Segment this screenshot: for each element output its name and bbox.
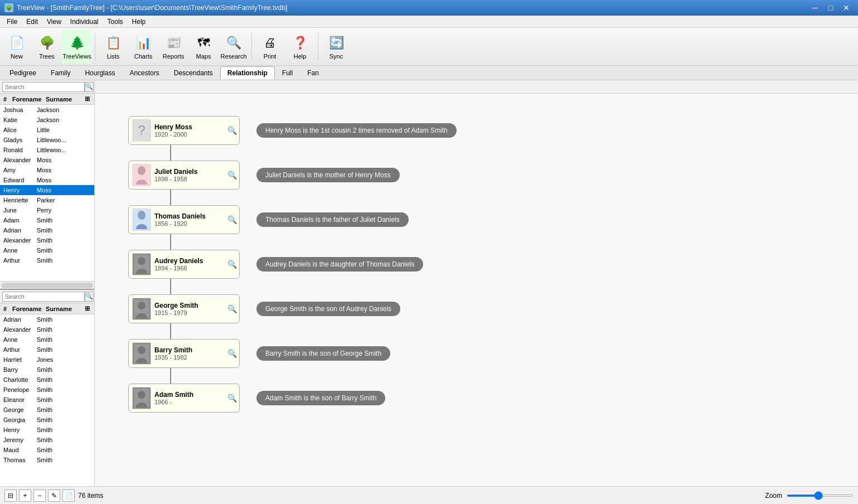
connector-3 bbox=[170, 234, 171, 250]
menu-individual[interactable]: Individual bbox=[66, 17, 103, 27]
list-item[interactable]: AdrianSmith bbox=[0, 314, 94, 324]
list-item[interactable]: AlexanderSmith bbox=[0, 324, 94, 335]
svg-point-3 bbox=[138, 257, 146, 265]
tab-hourglass[interactable]: Hourglass bbox=[77, 66, 122, 79]
svg-point-0 bbox=[138, 166, 146, 175]
list-item[interactable]: ArthurSmith bbox=[0, 255, 94, 265]
person-card-adam-smith[interactable]: Adam Smith 1966 - 🔍 bbox=[128, 384, 240, 413]
search-button-2[interactable]: 🔍 bbox=[85, 292, 94, 302]
row-forename: Jeremy bbox=[1, 437, 35, 443]
person-search-audrey-daniels[interactable]: 🔍 bbox=[227, 260, 237, 269]
row-surname: Smith bbox=[35, 237, 74, 244]
person-card-thomas-daniels[interactable]: Thomas Daniels 1856 - 1920 🔍 bbox=[128, 205, 240, 234]
list-item[interactable]: AdrianSmith bbox=[0, 225, 94, 235]
minimize-button[interactable]: ─ bbox=[808, 2, 822, 13]
person-card-audrey-daniels[interactable]: Audrey Daniels 1894 - 1966 🔍 bbox=[128, 250, 240, 279]
person-search-juliet-daniels[interactable]: 🔍 bbox=[227, 171, 237, 180]
person-card-juliet-daniels[interactable]: Juliet Daniels 1898 - 1958 🔍 bbox=[128, 161, 240, 190]
list-item[interactable]: HenrietteParker bbox=[0, 195, 94, 205]
treeviews-button[interactable]: 🌲 TreeViews bbox=[62, 30, 91, 64]
chain-entry-adam-smith: Adam Smith 1966 - 🔍 Adam Smith is the so… bbox=[128, 384, 385, 413]
menu-edit[interactable]: Edit bbox=[22, 17, 42, 27]
person-search-thomas-daniels[interactable]: 🔍 bbox=[227, 215, 237, 224]
list-item[interactable]: JeremySmith bbox=[0, 435, 94, 445]
list-item[interactable]: AlexanderSmith bbox=[0, 235, 94, 245]
list-item[interactable]: KatieJackson bbox=[0, 115, 94, 125]
list-item[interactable]: AliceLittle bbox=[0, 125, 94, 135]
list-item[interactable]: ArthurSmith bbox=[0, 345, 94, 355]
person-search-barry-smith[interactable]: 🔍 bbox=[227, 349, 237, 358]
list-item[interactable]: EleanorSmith bbox=[0, 395, 94, 405]
tab-relationship[interactable]: Relationship bbox=[220, 66, 275, 79]
person-search-adam-smith[interactable]: 🔍 bbox=[227, 394, 237, 403]
maximize-button[interactable]: □ bbox=[823, 2, 838, 13]
menu-tools[interactable]: Tools bbox=[103, 17, 128, 27]
reports-button[interactable]: 📰 Reports bbox=[159, 30, 188, 64]
print-icon: 🖨 bbox=[261, 34, 279, 52]
new-icon: 📄 bbox=[8, 34, 26, 52]
lists-button[interactable]: 📋 Lists bbox=[99, 30, 128, 64]
photo-silhouette-icon bbox=[134, 255, 149, 274]
list-item[interactable]: HenrySmith bbox=[0, 425, 94, 435]
person-search-henry-moss[interactable]: 🔍 bbox=[227, 126, 237, 135]
list-item[interactable]: AlexanderMoss bbox=[0, 155, 94, 165]
tab-pedigree[interactable]: Pedigree bbox=[2, 66, 43, 79]
list-item[interactable]: ThomasSmith bbox=[0, 455, 94, 465]
print-button[interactable]: 🖨 Print bbox=[255, 30, 284, 64]
list-item[interactable]: AnneSmith bbox=[0, 245, 94, 255]
tab-family[interactable]: Family bbox=[43, 66, 77, 79]
tab-full[interactable]: Full bbox=[275, 66, 300, 79]
list-item[interactable]: GeorgiaSmith bbox=[0, 415, 94, 425]
list-item[interactable]: PenelopeSmith bbox=[0, 385, 94, 395]
list-item[interactable]: AnneSmith bbox=[0, 335, 94, 345]
list-item[interactable]: AmyMoss bbox=[0, 165, 94, 175]
person-info-henry-moss: Henry Moss 1920 - 2000 bbox=[154, 123, 236, 138]
list-item[interactable]: RonaldLittlewoo... bbox=[0, 145, 94, 155]
list-item[interactable]: MaudSmith bbox=[0, 445, 94, 455]
maps-button[interactable]: 🗺 Maps bbox=[189, 30, 218, 64]
relation-label-henry-moss: Henry Moss is the 1st cousin 2 times rem… bbox=[256, 123, 457, 138]
chain-entry-juliet-daniels: Juliet Daniels 1898 - 1958 🔍 Juliet Dani… bbox=[128, 161, 400, 190]
person-card-george-smith[interactable]: George Smith 1915 - 1979 🔍 bbox=[128, 294, 240, 323]
list-item[interactable]: GeorgeSmith bbox=[0, 405, 94, 415]
list-item[interactable]: GladysLittlewoo... bbox=[0, 135, 94, 145]
person-card-barry-smith[interactable]: Barry Smith 1935 - 1982 🔍 bbox=[128, 339, 240, 368]
close-button[interactable]: ✕ bbox=[839, 2, 854, 13]
row-surname: Smith bbox=[35, 326, 74, 333]
tab-descendants[interactable]: Descendants bbox=[167, 66, 220, 79]
menu-file[interactable]: File bbox=[2, 17, 22, 27]
charts-button[interactable]: 📊 Charts bbox=[129, 30, 158, 64]
research-button[interactable]: 🔍 Research bbox=[219, 30, 248, 64]
trees-button[interactable]: 🌳 Trees bbox=[32, 30, 61, 64]
tab-fan[interactable]: Fan bbox=[300, 66, 326, 79]
list-item[interactable]: BarrySmith bbox=[0, 365, 94, 375]
list-item[interactable]: AdamSmith bbox=[0, 215, 94, 225]
person-search-george-smith[interactable]: 🔍 bbox=[227, 304, 237, 313]
person-dates-thomas-daniels: 1856 - 1920 bbox=[154, 220, 236, 227]
toolbar: 📄 New 🌳 Trees 🌲 TreeViews 📋 Lists 📊 Char… bbox=[0, 28, 858, 66]
new-button[interactable]: 📄 New bbox=[2, 30, 31, 64]
row-forename: Adrian bbox=[1, 227, 35, 234]
list-item[interactable]: HarrietJones bbox=[0, 355, 94, 365]
list-item[interactable]: CharlotteSmith bbox=[0, 375, 94, 385]
row-forename: George bbox=[1, 406, 35, 413]
search-input-2[interactable] bbox=[2, 292, 85, 302]
help-button[interactable]: ❓ Help bbox=[285, 30, 314, 64]
search-input-1[interactable] bbox=[2, 82, 85, 92]
list-item[interactable]: JoshuaJackson bbox=[0, 105, 94, 115]
row-surname: Smith bbox=[35, 427, 74, 433]
tab-ancestors[interactable]: Ancestors bbox=[122, 66, 166, 79]
menu-view[interactable]: View bbox=[42, 17, 66, 27]
search-button-1[interactable]: 🔍 bbox=[85, 82, 94, 92]
list-item[interactable]: JunePerry bbox=[0, 205, 94, 215]
list-item[interactable]: EdwardMoss bbox=[0, 175, 94, 185]
list-item-selected[interactable]: HenryMoss bbox=[0, 185, 94, 195]
left-panel: # Forename Surname ⊞ JoshuaJackson Katie… bbox=[0, 94, 95, 486]
menu-help[interactable]: Help bbox=[128, 17, 151, 27]
relation-label-adam-smith: Adam Smith is the son of Barry Smith bbox=[256, 391, 385, 405]
svg-point-5 bbox=[138, 302, 146, 309]
person-card-henry-moss[interactable]: ? Henry Moss 1920 - 2000 🔍 bbox=[128, 116, 240, 145]
sync-button[interactable]: 🔄 Sync bbox=[322, 30, 351, 64]
top-list-scrollbar-h[interactable] bbox=[0, 281, 94, 289]
person-dates-henry-moss: 1920 - 2000 bbox=[154, 131, 236, 138]
